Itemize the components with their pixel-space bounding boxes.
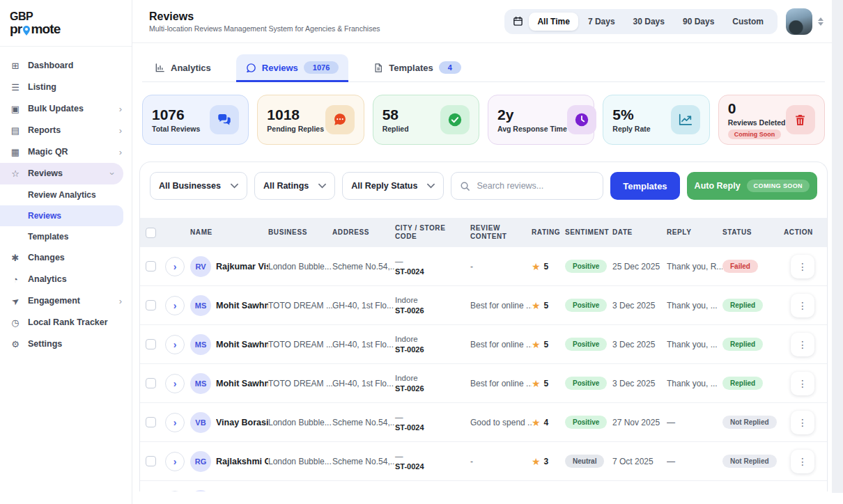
- chevron-right-icon: ›: [119, 126, 122, 135]
- sentiment-badge: Positive: [565, 260, 607, 273]
- stat-value: 1076: [152, 107, 200, 123]
- stat-cards: 1076Total Reviews1018Pending Replies58Re…: [142, 95, 825, 145]
- star-icon: ★: [532, 300, 541, 311]
- row-actions-button[interactable]: ⋮: [791, 411, 814, 434]
- row-actions-button[interactable]: ⋮: [791, 450, 814, 473]
- chevron-down-icon: [231, 183, 238, 189]
- sidebar-item-label: Listing: [28, 82, 56, 92]
- sentiment-badge: Neutral: [565, 455, 604, 468]
- tab-analytics[interactable]: Analytics: [145, 54, 221, 82]
- search-input[interactable]: [477, 181, 594, 191]
- row-actions-button[interactable]: ⋮: [791, 333, 814, 356]
- status-badge: Not Replied: [722, 455, 777, 468]
- reply-cell: —: [667, 418, 722, 427]
- expand-row-button[interactable]: ›: [165, 257, 185, 276]
- store-code: ST-0024: [395, 267, 470, 276]
- review-content-cell: -: [470, 262, 532, 271]
- magic-qr-icon: ▦: [10, 147, 21, 157]
- row-actions-button[interactable]: ⋮: [791, 255, 814, 278]
- expand-row-button[interactable]: ›: [165, 374, 185, 393]
- time-filter-group: All Time7 Days30 Days90 DaysCustom: [504, 9, 778, 34]
- sidebar-item-changes[interactable]: ✱Changes: [0, 247, 132, 269]
- sidebar-item-local-rank-tracker[interactable]: ◷Local Rank Tracker: [0, 312, 132, 333]
- business-cell: London Bubble...: [268, 457, 332, 466]
- sentiment-badge: Positive: [565, 299, 607, 312]
- name-cell: VBVinay Borasi: [190, 412, 268, 433]
- sidebar-item-bulk-updates[interactable]: ▣Bulk Updates›: [0, 98, 132, 120]
- rating-value: 5: [544, 301, 549, 310]
- time-filter-7-days[interactable]: 7 Days: [580, 13, 624, 31]
- sidebar-item-review-analytics[interactable]: Review Analytics: [0, 184, 132, 205]
- tab-reviews[interactable]: Reviews1076: [236, 54, 349, 82]
- dropdown-ratings[interactable]: All Ratings: [254, 172, 335, 200]
- sidebar-item-label: Analytics: [28, 274, 67, 284]
- row-checkbox[interactable]: [146, 339, 156, 349]
- sidebar-item-label: Local Rank Tracker: [28, 317, 108, 327]
- dropdown-reply-status[interactable]: All Reply Status: [342, 172, 444, 200]
- table-row-partial: ›: [140, 481, 827, 491]
- action-cell: ⋮: [784, 450, 827, 473]
- dropdown-businesses[interactable]: All Businesses: [150, 172, 247, 200]
- time-filter-90-days[interactable]: 90 Days: [674, 13, 722, 31]
- row-checkbox[interactable]: [146, 378, 156, 388]
- sidebar-item-reviews[interactable]: ☆Reviews›: [0, 163, 123, 184]
- row-checkbox[interactable]: [146, 456, 156, 466]
- check-circle-icon: [447, 112, 463, 127]
- templates-button[interactable]: Templates: [610, 172, 679, 200]
- reports-icon: ▤: [10, 125, 21, 136]
- city: Indore: [395, 373, 470, 384]
- tab-count-badge: 1076: [304, 61, 339, 74]
- sidebar-item-engagement[interactable]: ➤Engagement›: [0, 290, 132, 312]
- row-actions-button[interactable]: ⋮: [791, 294, 814, 317]
- expand-row-button[interactable]: ›: [165, 452, 185, 471]
- expand-row-button[interactable]: ›: [165, 491, 185, 492]
- review-content-cell: -: [470, 457, 532, 466]
- row-actions-button[interactable]: ⋮: [791, 372, 814, 395]
- name-cell: MSMohit Sawhn: [190, 373, 268, 394]
- expand-row-button[interactable]: ›: [165, 296, 185, 315]
- sidebar-item-listing[interactable]: ☰Listing: [0, 77, 132, 98]
- sidebar-item-dashboard[interactable]: ⊞Dashboard: [0, 55, 132, 77]
- row-checkbox[interactable]: [146, 417, 156, 427]
- tab-templates[interactable]: Templates4: [364, 54, 470, 82]
- name-cell: RGRajlakshmi G: [190, 451, 268, 472]
- time-filter-all-time[interactable]: All Time: [529, 13, 578, 31]
- sidebar-item-settings[interactable]: ⚙Settings: [0, 333, 132, 355]
- business-cell: London Bubble...: [268, 262, 332, 271]
- sidebar-item-magic-qr[interactable]: ▦Magic QR›: [0, 141, 132, 163]
- sidebar-item-analytics[interactable]: ◔Analytics: [0, 269, 132, 290]
- tab-count-badge: 4: [439, 61, 461, 74]
- auto-reply-button[interactable]: Auto Reply COMING SOON: [687, 172, 817, 200]
- expand-row-button[interactable]: ›: [165, 335, 185, 354]
- table-row: ›RVRajkumar VisLondon Bubble...Scheme No…: [140, 247, 827, 286]
- topbar: Reviews Multi-location Reviews Managemen…: [132, 0, 832, 43]
- rating-value: 5: [544, 379, 549, 388]
- sidebar-item-reviews-sub[interactable]: Reviews: [0, 205, 123, 226]
- action-cell: ⋮: [784, 372, 827, 395]
- stat-label: Avg Response Time: [497, 125, 567, 133]
- sentiment-badge: Positive: [565, 416, 607, 429]
- sidebar-item-templates[interactable]: Templates: [0, 226, 132, 247]
- date-cell: 3 Dec 2025: [612, 301, 667, 310]
- sidebar-item-reports[interactable]: ▤Reports›: [0, 120, 132, 141]
- row-checkbox[interactable]: [146, 261, 156, 271]
- sidebar-item-label: Changes: [28, 253, 65, 262]
- time-filter-30-days[interactable]: 30 Days: [625, 13, 673, 31]
- auto-reply-label: Auto Reply: [695, 181, 741, 191]
- table-row: ›MSMohit SawhnTOTO DREAM ...GH-40, 1st F…: [140, 286, 827, 325]
- select-all-checkbox[interactable]: [146, 228, 156, 238]
- time-filter-custom[interactable]: Custom: [724, 13, 772, 31]
- store-code: ST-0026: [395, 384, 470, 393]
- stat-text: 2yAvg Response Time: [497, 107, 567, 132]
- star-icon: ★: [532, 456, 541, 467]
- chevron-down-icon: [318, 183, 326, 189]
- row-checkbox[interactable]: [146, 300, 156, 310]
- brand-logo: GBP pr mote: [0, 0, 132, 47]
- city-store-cell: —ST-0024: [395, 256, 470, 276]
- dashboard-icon: ⊞: [10, 61, 21, 71]
- expand-row-button[interactable]: ›: [165, 413, 185, 432]
- status-cell: Not Replied: [722, 416, 784, 429]
- chevron-up-down-icon[interactable]: [818, 17, 823, 26]
- sidebar-item-label: Review Analytics: [28, 190, 96, 200]
- user-avatar[interactable]: [786, 8, 812, 35]
